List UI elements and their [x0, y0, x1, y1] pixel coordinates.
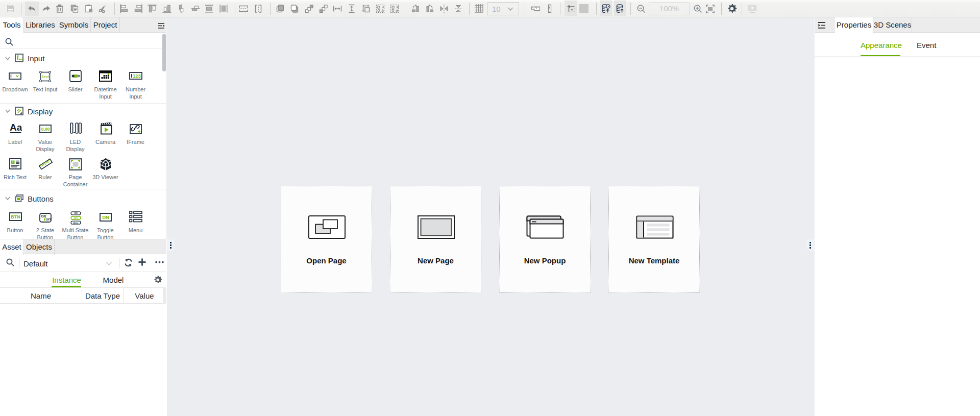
svg-text:BTN: BTN — [11, 214, 20, 219]
svg-text:T: T — [12, 160, 14, 164]
svg-text:123: 123 — [133, 73, 141, 79]
svg-text:ON: ON — [74, 212, 77, 214]
svg-text:Aa: Aa — [10, 123, 22, 133]
svg-text:OFF: OFF — [74, 217, 78, 219]
svg-text:ON: ON — [102, 215, 109, 220]
svg-text:OFF: OFF — [45, 218, 52, 221]
svg-text:0.00: 0.00 — [41, 127, 50, 132]
svg-text:Auto: Auto — [74, 222, 79, 224]
svg-text:Text: Text — [41, 75, 49, 79]
